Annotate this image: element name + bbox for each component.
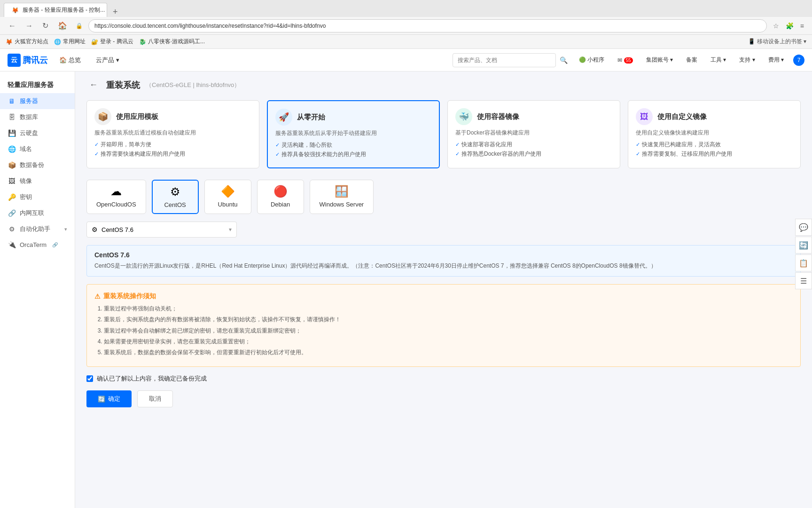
version-select[interactable]: ⚙ CentOS 7.6 ▾ xyxy=(86,222,237,238)
sidebar-item-network[interactable]: 🔗内网互联 xyxy=(0,205,75,221)
settings-btn[interactable]: ≡ xyxy=(798,21,806,31)
image-card-container-image[interactable]: 🐳 使用容器镜像 基于Docker容器镜像构建应用 ✓快速部署容器化应用✓推荐熟… xyxy=(447,100,620,168)
search-icon[interactable]: 🔍 xyxy=(560,56,568,64)
feature-item: ✓推荐需要快速构建应用的用户使用 xyxy=(94,150,251,158)
back-nav-btn[interactable]: ← xyxy=(6,20,19,32)
sidebar-label-automation: 自动化助手 xyxy=(20,225,50,233)
checkbox-label: 确认已了解以上内容，我确定已备份完成 xyxy=(97,374,207,383)
os-tab-centos[interactable]: ⚙CentOS xyxy=(152,180,199,214)
sidebar-item-image[interactable]: 🖼镜像 xyxy=(0,173,75,189)
warning-item: 如果需要使用密钥登录实例，请您在重装完成后重置密钥； xyxy=(104,337,793,346)
card-icon-container-image: 🐳 xyxy=(455,108,472,125)
feature-item: ✓快速部署容器化应用 xyxy=(455,141,612,149)
user-avatar[interactable]: 7 xyxy=(793,55,804,66)
sidebar-label-server: 服务器 xyxy=(20,97,38,105)
cancel-btn[interactable]: 取消 xyxy=(137,390,173,407)
new-tab-btn[interactable]: + xyxy=(109,7,122,17)
bookmark-btn[interactable]: ☆ xyxy=(771,21,781,31)
check-icon: ✓ xyxy=(455,142,460,148)
forward-nav-btn[interactable]: → xyxy=(23,20,36,32)
extension-btn[interactable]: 🧩 xyxy=(783,21,796,31)
os-label-windows: Windows Server xyxy=(320,201,364,208)
sidebar-label-backup: 数据备份 xyxy=(20,161,44,169)
image-card-app-template[interactable]: 📦 使用应用模板 服务器重装系统后通过模板自动创建应用 ✓开箱即用，简单方便✓推… xyxy=(86,100,259,168)
floating-btn-doc[interactable]: 📋 xyxy=(795,254,812,271)
reload-nav-btn[interactable]: ↻ xyxy=(39,19,51,32)
support-btn[interactable]: 支持 ▾ xyxy=(735,55,758,65)
floating-btn-menu[interactable]: ☰ xyxy=(795,272,812,289)
confirm-checkbox[interactable] xyxy=(86,375,93,382)
sidebar-item-server[interactable]: 🖥服务器 xyxy=(0,93,75,109)
sidebar-icon-backup: 📦 xyxy=(8,161,16,169)
warning-icon: ⚠ xyxy=(94,293,101,300)
icp-btn[interactable]: 备案 xyxy=(682,55,701,65)
os-label-ubuntu: Ubuntu xyxy=(218,201,238,208)
sidebar-label-disk: 云硬盘 xyxy=(20,129,38,137)
misc-btn[interactable]: 费用 ▾ xyxy=(765,55,788,65)
sidebar-label-domain: 域名 xyxy=(20,145,32,153)
url-bar[interactable] xyxy=(88,19,767,32)
info-box-text: CentOS是一款流行的开源Linux发行版，是RHEL（Red Hat Ent… xyxy=(94,262,793,270)
sidebar-item-orcaterm[interactable]: 🔌OrcaTerm🔗 xyxy=(0,237,75,252)
card-title-from-scratch: 从零开始 xyxy=(297,113,325,122)
sidebar-item-database[interactable]: 🗄数据库 xyxy=(0,109,75,125)
card-desc-from-scratch: 服务器重装系统后从零开始手动搭建应用 xyxy=(275,129,431,137)
sidebar-label-network: 内网互联 xyxy=(20,209,44,217)
warning-item: 重装过程中将会自动解绑之前已绑定的密钥，请您在重装完成后重新绑定密钥； xyxy=(104,326,793,335)
os-tab-opencloudos[interactable]: ☁OpenCloudOS xyxy=(86,180,146,214)
page-subtitle: （CentOS-eGLE | lhins-bfdofnvo） xyxy=(146,81,240,89)
bookmark-firefox[interactable]: 🦊 火狐官方站点 xyxy=(6,38,48,46)
bookmark-80xk[interactable]: 🐉 八零侠客·游戏源码工... xyxy=(139,38,205,46)
confirm-btn[interactable]: 🔄 确定 xyxy=(86,390,132,407)
feature-item: ✓开箱即用，简单方便 xyxy=(94,141,251,149)
sidebar-icon-key: 🔑 xyxy=(8,193,16,201)
version-dropdown-icon: ▾ xyxy=(229,226,232,233)
floating-btn-chat[interactable]: 💬 xyxy=(795,219,812,236)
browser-tab-active[interactable]: 🦊 服务器 - 轻量应用服务器 - 控制... ✕ xyxy=(4,3,107,17)
back-btn[interactable]: ← xyxy=(86,79,101,91)
image-card-from-scratch[interactable]: 🚀 从零开始 服务器重装系统后从零开始手动搭建应用 ✓灵活构建，随心所欲✓推荐具… xyxy=(267,100,440,168)
sidebar-item-domain[interactable]: 🌐域名 xyxy=(0,141,75,157)
feature-item: ✓快速复用已构建应用，灵活高效 xyxy=(636,141,793,149)
sidebar-icon-orcaterm: 🔌 xyxy=(8,241,16,248)
tools-btn[interactable]: 工具 ▾ xyxy=(707,55,730,65)
sidebar-item-key[interactable]: 🔑密钥 xyxy=(0,189,75,205)
sidebar-item-automation[interactable]: ⚙自动化助手▾ xyxy=(0,221,75,237)
check-icon: ✓ xyxy=(636,151,640,157)
warning-box: ⚠ 重装系统操作须知 重装过程中将强制自动关机；重装后，实例系统盘内的所有数据将… xyxy=(86,284,801,367)
os-tab-ubuntu[interactable]: 🔶Ubuntu xyxy=(204,180,251,214)
sidebar-item-backup[interactable]: 📦数据备份 xyxy=(0,157,75,173)
nav-products[interactable]: 云产品 ▾ xyxy=(92,54,123,66)
check-icon: ✓ xyxy=(94,142,99,148)
os-label-centos: CentOS xyxy=(164,201,186,208)
card-desc-custom-image: 使用自定义镜像快速构建应用 xyxy=(636,129,793,137)
sidebar-icon-image: 🖼 xyxy=(8,177,16,185)
home-nav-btn[interactable]: 🏠 xyxy=(55,19,70,32)
nav-overview[interactable]: 🏠 总览 xyxy=(55,54,85,66)
mail-btn[interactable]: ✉ 55 xyxy=(614,56,636,65)
os-tab-debian[interactable]: 🔴Debian xyxy=(257,180,304,214)
sidebar-item-disk[interactable]: 💾云硬盘 xyxy=(0,125,75,141)
bookmark-login[interactable]: 🔐 登录 - 腾讯云 xyxy=(91,38,133,46)
bookmark-common[interactable]: 🌐 常用网址 xyxy=(54,38,86,46)
sidebar-title: 轻量应用服务器 xyxy=(0,75,75,93)
os-label-debian: Debian xyxy=(271,201,290,208)
mini-program-btn[interactable]: 🟢 小程序 xyxy=(575,55,608,65)
check-icon: ✓ xyxy=(275,142,280,148)
card-desc-app-template: 服务器重装系统后通过模板自动创建应用 xyxy=(94,129,251,137)
sidebar-icon-disk: 💾 xyxy=(8,129,16,137)
tcloud-search-input[interactable] xyxy=(453,53,556,67)
page-title: 重装系统 xyxy=(106,79,140,91)
sidebar-label-orcaterm: OrcaTerm xyxy=(20,241,47,248)
mobile-bookmarks[interactable]: 📱 移动设备上的书签 ▾ xyxy=(748,38,806,46)
sidebar-icon-database: 🗄 xyxy=(8,113,16,121)
sidebar-label-key: 密钥 xyxy=(20,193,32,201)
os-tab-windows[interactable]: 🪟Windows Server xyxy=(310,180,374,214)
image-card-custom-image[interactable]: 🖼 使用自定义镜像 使用自定义镜像快速构建应用 ✓快速复用已构建应用，灵活高效✓… xyxy=(628,100,801,168)
card-title-custom-image: 使用自定义镜像 xyxy=(657,112,707,121)
os-icon-windows: 🪟 xyxy=(335,185,349,198)
warning-item: 重装后，实例系统盘内的所有数据将被清除，恢复到初始状态，该操作不可恢复，请谨慎操… xyxy=(104,315,793,324)
group-btn[interactable]: 集团账号 ▾ xyxy=(642,55,677,65)
floating-btn-refresh[interactable]: 🔄 xyxy=(795,237,812,254)
os-icon-debian: 🔴 xyxy=(273,185,288,198)
